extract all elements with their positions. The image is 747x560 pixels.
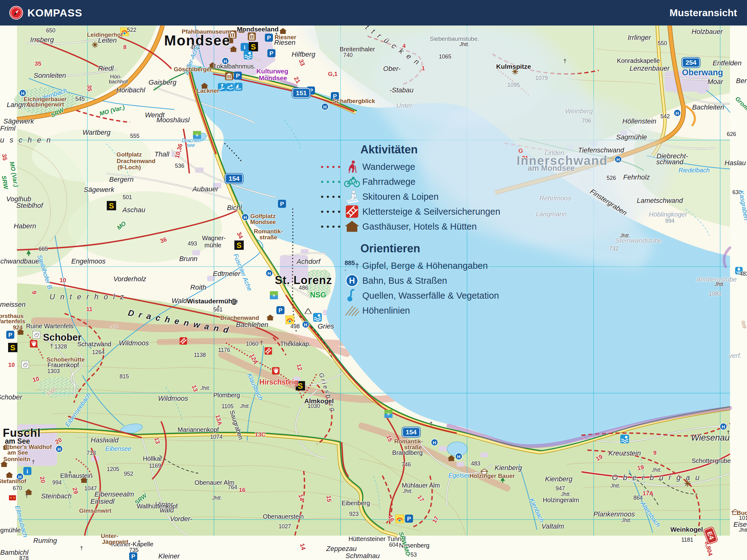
legend-item: ••••Wanderwege [307,159,500,174]
map-label: straße [259,234,277,240]
map-label: Breitenthaler [340,46,375,52]
map-label: Siebenbaumstube. [430,36,479,42]
svg-text:S: S [109,202,114,210]
svg-text:H: H [457,454,461,459]
map-label: Kreuzstein [609,450,641,457]
map-label: Valtalm [542,523,564,530]
map-label: Kleiner [158,553,180,560]
map-label: 9 [653,450,657,456]
map-label: 483 [471,461,480,466]
map-label: 947 [556,486,565,491]
parking-icon: P [234,72,242,80]
map-label: Jhtt. [610,483,620,488]
map-label: 924 [13,324,23,330]
map-label: Roith [190,284,206,291]
map-label: Eibensee [105,446,131,452]
map-label: Höllenstein [622,118,656,125]
bus-stop-icon: H [321,103,329,110]
map-label: 11 [86,306,93,312]
svg-text:P: P [267,34,271,41]
map-label: Höllkar [143,455,162,462]
map-label: (9-Loch) [118,164,141,170]
map-label: 501 [123,194,132,200]
map-label: Drachenwand [117,158,156,164]
map-label: 994 [665,218,674,224]
map-label: 15 [326,495,332,502]
map-label: Eibenseealm [94,491,134,498]
map-canvas[interactable]: 650IrrsbergLeidingerhofLeiten5228Sonnlei… [0,26,747,560]
legend-item-label: Bahn, Bus & Straßen [362,276,447,286]
bus-stop-icon: H [265,269,273,277]
map-label: Brunn [179,256,198,262]
info-icon: i [240,43,249,51]
map-label: 35 [1,153,8,161]
map-label: Wallhüttenkopf [137,503,178,509]
legend-section-title: Aktivitäten [360,143,500,156]
map-label: 735 [129,547,138,553]
map-label: 10 [59,277,66,283]
legend-item-label: Wanderwege [362,162,415,172]
map-label: Irrsberg [30,36,54,43]
map-label: mühle [205,242,221,248]
ski-area-icon: S [8,343,18,352]
map-label: see [187,143,195,148]
map-label: Golfplatz [117,152,141,157]
map-label: Kulmspitze [496,63,531,70]
map-label: Göschlberger [174,66,212,72]
bathing-area-icon: ✳ [384,410,392,418]
sailing-icon [234,83,242,91]
map-label: Drachenwand [221,315,259,321]
kompass-logo[interactable]: KOMPASS [9,6,82,20]
map-label: Bachlehen [236,321,268,328]
map-label: Pfahlbaumuseum [182,29,231,34]
map-label: Mondsee [259,75,287,81]
svg-text:S: S [10,344,15,352]
legend-item-label: Gasthäuser, Hotels & Hütten [362,221,477,232]
map-label: 1030 [308,403,320,409]
map-label: Einsiedl [90,498,114,505]
map-label: 1079 [535,75,548,81]
map-label: Irrlinger [628,34,651,41]
guesthouse-icon [279,28,287,34]
map-label: Hilfberg [292,51,315,58]
map-label: Theklakap. [280,341,311,347]
chapel-cross-icon: † [80,548,83,549]
svg-text:S: S [236,241,241,249]
parking-icon: P [276,306,284,314]
map-label: Unter- [396,102,414,109]
map-label: 1060 [246,341,258,347]
legend-item-label: Gipfel, Berge & Höhenangaben [362,261,488,271]
map-label: bachhof [109,79,128,84]
map-label: 746 [402,462,411,467]
map-label: Plomberg [213,392,240,398]
map-label: Lackner [197,88,220,94]
map-label: 1074 [210,434,223,439]
map-label: Zeppezau [326,545,357,552]
bus-stop-icon: H [673,109,681,117]
map-label: 1181 [681,537,693,542]
legend-item: ••••Quellen, Wasserfälle & Vegetation [307,288,500,303]
climbing-garden-icon [30,340,37,348]
map-label: Jhtt. [715,282,725,287]
map-label: Jhtt. [561,491,571,497]
map-label: 1105 [222,403,234,409]
map-label: Hirschsteig [259,379,298,386]
svg-text:H: H [617,157,620,162]
map-label: Brandlberg [392,450,423,456]
map-label: Aschau [122,207,145,213]
guesthouse-icon [447,455,455,461]
map-label: 952 [124,471,133,477]
map-label: Höribachl [117,87,145,94]
svg-text:P: P [8,331,12,338]
map-label: Steinbach [41,493,72,500]
map-label: Ober- [383,65,401,72]
map-label: 101 [739,515,747,521]
map-label: 536 [175,163,184,169]
beach-icon [244,51,252,59]
bus-stop-icon: H [614,156,622,163]
map-label: Frauenkopf [47,362,79,368]
road-shield: 154 [225,174,243,183]
map-label: Ruming [33,537,57,544]
map-label: 4 [403,43,406,49]
map-label: Wagner- [202,235,226,241]
